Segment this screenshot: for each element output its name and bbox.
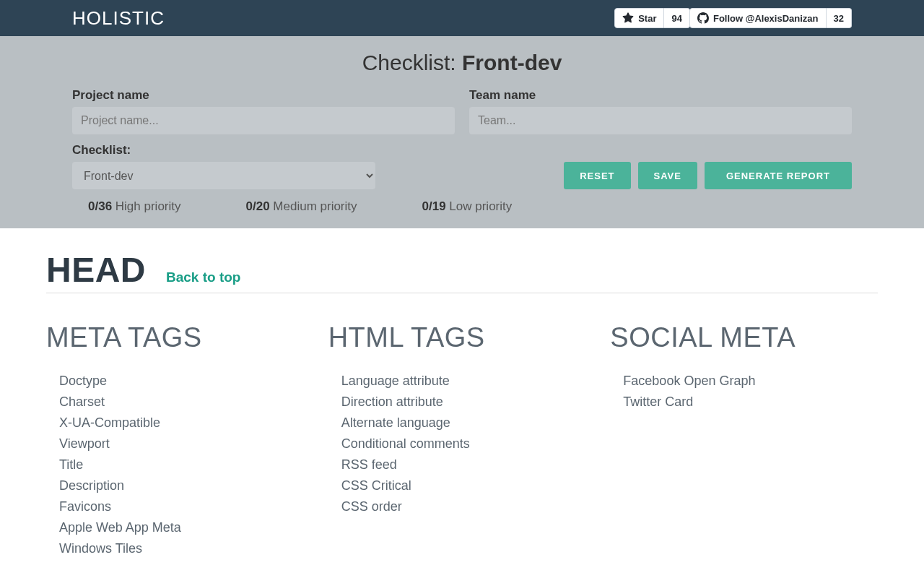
social-meta-list: Facebook Open Graph Twitter Card [610, 371, 878, 413]
section-header: HEAD Back to top [46, 250, 878, 293]
github-widgets: Star 94 Follow @AlexisDanizan 32 [614, 8, 852, 28]
github-star-count[interactable]: 94 [664, 8, 689, 28]
list-item[interactable]: Description [59, 475, 314, 496]
list-item[interactable]: Windows Tiles [59, 538, 314, 559]
meta-tags-list: Doctype Charset X-UA-Compatible Viewport… [46, 371, 314, 559]
logo[interactable]: HOLISTIC [72, 7, 165, 30]
github-follow-button[interactable]: Follow @AlexisDanizan [689, 8, 827, 28]
star-icon [622, 12, 634, 24]
list-item[interactable]: Title [59, 454, 314, 475]
medium-priority-label: Medium priority [270, 199, 357, 213]
list-item[interactable]: Language attribute [341, 371, 596, 392]
github-follow-label: Follow @AlexisDanizan [713, 13, 819, 24]
html-tags-list: Language attribute Direction attribute A… [328, 371, 596, 517]
checklist-label: Checklist: [72, 143, 375, 158]
save-button[interactable]: SAVE [638, 162, 697, 189]
html-tags-column: HTML TAGS Language attribute Direction a… [328, 322, 596, 559]
list-item[interactable]: Direction attribute [341, 392, 596, 413]
medium-priority-count: 0/20 [246, 199, 270, 213]
team-name-col: Team name [469, 88, 852, 134]
priority-summary: 0/36 High priority 0/20 Medium priority … [72, 199, 852, 214]
list-item[interactable]: Alternate language [341, 413, 596, 434]
checklist-col: Checklist: Front-dev [72, 143, 375, 189]
low-priority-label: Low priority [446, 199, 513, 213]
list-item[interactable]: Viewport [59, 434, 314, 454]
config-panel: Checklist: Front-dev Project name Team n… [0, 36, 924, 228]
list-item[interactable]: Doctype [59, 371, 314, 392]
project-name-label: Project name [72, 88, 455, 103]
social-meta-title: SOCIAL META [610, 322, 878, 353]
team-name-label: Team name [469, 88, 852, 103]
back-to-top-link[interactable]: Back to top [166, 269, 240, 285]
action-buttons: RESET SAVE GENERATE REPORT [564, 162, 852, 189]
list-item[interactable]: Charset [59, 392, 314, 413]
section-title: HEAD [46, 250, 146, 290]
form-row-checklist: Checklist: Front-dev RESET SAVE GENERATE… [72, 143, 852, 189]
list-item[interactable]: Favicons [59, 496, 314, 517]
medium-priority: 0/20 Medium priority [246, 199, 357, 214]
form-row-names: Project name Team name [72, 88, 852, 134]
list-item[interactable]: Conditional comments [341, 434, 596, 454]
list-item[interactable]: RSS feed [341, 454, 596, 475]
checklist-select[interactable]: Front-dev [72, 162, 375, 189]
high-priority-count: 0/36 [88, 199, 112, 213]
html-tags-title: HTML TAGS [328, 322, 596, 353]
columns: META TAGS Doctype Charset X-UA-Compatibl… [46, 322, 878, 559]
panel-title-name: Front-dev [462, 51, 562, 74]
github-star-button[interactable]: Star [614, 8, 664, 28]
github-icon [697, 12, 709, 24]
github-star-label: Star [638, 13, 656, 24]
project-name-col: Project name [72, 88, 455, 134]
list-item[interactable]: CSS order [341, 496, 596, 517]
social-meta-column: SOCIAL META Facebook Open Graph Twitter … [610, 322, 878, 559]
meta-tags-column: META TAGS Doctype Charset X-UA-Compatibl… [46, 322, 314, 559]
list-item[interactable]: Twitter Card [623, 392, 878, 413]
low-priority-count: 0/19 [422, 199, 446, 213]
main-content: HEAD Back to top META TAGS Doctype Chars… [0, 228, 924, 578]
meta-tags-title: META TAGS [46, 322, 314, 353]
list-item[interactable]: Facebook Open Graph [623, 371, 878, 392]
team-name-input[interactable] [469, 107, 852, 134]
github-follow-group: Follow @AlexisDanizan 32 [689, 8, 852, 28]
github-star-group: Star 94 [614, 8, 690, 28]
list-item[interactable]: CSS Critical [341, 475, 596, 496]
panel-title: Checklist: Front-dev [72, 51, 852, 75]
generate-report-button[interactable]: GENERATE REPORT [705, 162, 852, 189]
low-priority: 0/19 Low priority [422, 199, 513, 214]
list-item[interactable]: X-UA-Compatible [59, 413, 314, 434]
list-item[interactable]: Apple Web App Meta [59, 517, 314, 538]
high-priority-label: High priority [112, 199, 180, 213]
project-name-input[interactable] [72, 107, 455, 134]
reset-button[interactable]: RESET [564, 162, 630, 189]
panel-title-prefix: Checklist: [362, 51, 462, 74]
header-bar: HOLISTIC Star 94 Follow @AlexisDanizan 3… [0, 0, 924, 36]
github-follow-count[interactable]: 32 [827, 8, 852, 28]
high-priority: 0/36 High priority [88, 199, 181, 214]
